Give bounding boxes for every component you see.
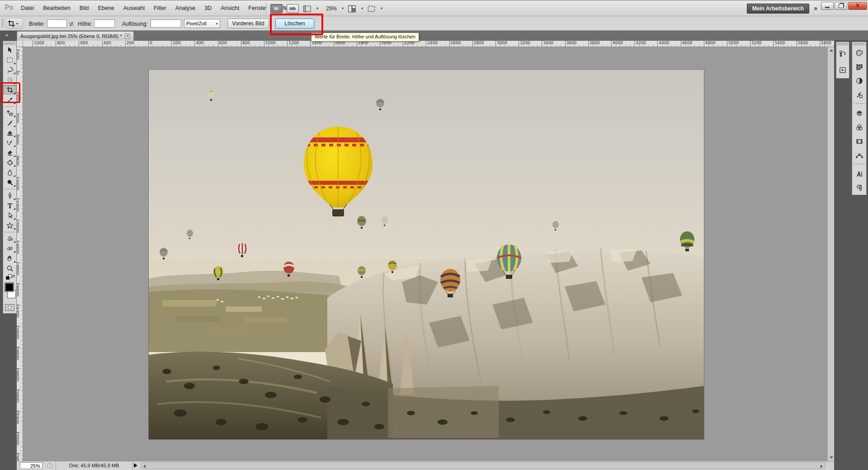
quick-mask-button[interactable]: [3, 301, 16, 313]
tab-overflow-chevron[interactable]: »: [5, 32, 8, 38]
resolution-unit-select[interactable]: Pixel/Zoll ▾: [184, 19, 220, 28]
tools-panel-grip[interactable]: [3, 41, 16, 45]
horizontal-scrollbar[interactable]: [141, 462, 826, 469]
adjustments-panel-icon[interactable]: [852, 74, 866, 88]
zoom-level-control[interactable]: 25%: [326, 5, 337, 12]
masks-panel-icon[interactable]: [852, 134, 866, 148]
hand-tool[interactable]: [3, 254, 16, 263]
3d-orbit-tool[interactable]: [3, 244, 16, 254]
channels-panel-icon[interactable]: [852, 120, 866, 134]
quick-selection-tool[interactable]: [3, 75, 16, 85]
resolution-input[interactable]: [151, 19, 181, 28]
panel-icon-dock: [852, 42, 867, 195]
scroll-right-icon[interactable]: [821, 465, 823, 468]
crop-tool[interactable]: [3, 85, 16, 95]
h-ruler-label: 5000: [727, 41, 739, 47]
close-button[interactable]: X: [848, 2, 867, 10]
bridge-button[interactable]: Br: [270, 4, 283, 13]
restore-button[interactable]: [835, 2, 847, 10]
menu-ebene[interactable]: Ebene: [94, 0, 119, 16]
menu-3d[interactable]: 3D: [200, 0, 216, 16]
minimize-button[interactable]: [821, 2, 834, 10]
tool-preset-picker[interactable]: ▾: [6, 18, 23, 29]
mini-bridge-button[interactable]: Mb: [287, 4, 299, 13]
menu-ansicht[interactable]: Ansicht: [216, 0, 244, 16]
v-ruler-label: 200: [17, 50, 20, 60]
h-ruler-label: 4200: [634, 41, 646, 47]
path-selection-tool[interactable]: [3, 211, 16, 221]
foreground-color-swatch[interactable]: [5, 282, 14, 292]
menu-bearbeiten[interactable]: Bearbeiten: [38, 0, 75, 16]
history-panel-icon[interactable]: [836, 46, 849, 62]
paint-bucket-tool[interactable]: [3, 158, 16, 168]
paths-panel-icon[interactable]: [852, 148, 866, 162]
zoom-tool[interactable]: [3, 263, 16, 273]
chevron-down-icon[interactable]: ▾: [342, 6, 344, 10]
scroll-left-icon[interactable]: [143, 465, 146, 468]
flyout-triangle-icon: [14, 115, 15, 117]
eraser-tool[interactable]: [3, 148, 16, 158]
styles-panel-icon[interactable]: [852, 88, 866, 102]
vertical-scrollbar[interactable]: [827, 47, 834, 461]
rectangular-marquee-tool[interactable]: [3, 55, 16, 65]
layers-panel-icon[interactable]: [852, 106, 866, 120]
screen-mode-icon[interactable]: [367, 5, 376, 12]
type-tool[interactable]: [3, 201, 16, 211]
workspace-overflow-chevron[interactable]: »: [814, 5, 816, 12]
menu-fenster[interactable]: Fenster: [244, 0, 272, 16]
chevron-down-icon[interactable]: ▾: [381, 6, 382, 10]
menu-filter[interactable]: Filter: [149, 0, 171, 16]
menu-datei[interactable]: Datei: [16, 0, 38, 16]
3d-rotate-tool[interactable]: [3, 234, 16, 244]
document-canvas[interactable]: [23, 47, 827, 461]
actions-panel-icon[interactable]: [836, 62, 849, 78]
swatches-panel-icon[interactable]: [852, 60, 866, 74]
height-input[interactable]: [94, 19, 115, 28]
menu-analyse[interactable]: Analyse: [171, 0, 200, 16]
workspace-button[interactable]: Mein Arbeitsbereich: [747, 4, 809, 14]
custom-shape-tool[interactable]: [3, 221, 16, 230]
flyout-triangle-icon: [14, 208, 15, 210]
dock-grip[interactable]: [852, 42, 866, 46]
h-ruler-label: 3600: [565, 41, 577, 47]
tab-close-icon[interactable]: ✕: [125, 33, 130, 39]
move-tool[interactable]: [3, 45, 16, 55]
pen-tool[interactable]: [3, 191, 16, 201]
dock-grip[interactable]: [836, 42, 849, 46]
scroll-up-icon[interactable]: [830, 49, 833, 52]
document-tab[interactable]: Ausgangsbild.jpg bei 25% (Ebene 0, RGB/8…: [17, 31, 134, 41]
lasso-tool[interactable]: [3, 65, 16, 75]
front-image-button[interactable]: Vorderes Bild: [227, 19, 269, 28]
horizontal-ruler[interactable]: 1000800600400200020040060080010001200140…: [23, 41, 834, 47]
v-ruler-label: 2200: [17, 305, 20, 318]
h-ruler-label: 200: [125, 41, 134, 47]
options-bar-grip[interactable]: [2, 19, 4, 28]
view-extras-icon[interactable]: [303, 5, 311, 12]
swap-colors-icon[interactable]: ⇄: [12, 274, 15, 278]
character-panel-icon[interactable]: [852, 167, 866, 181]
menu-auswahl[interactable]: Auswahl: [119, 0, 149, 16]
history-brush-tool[interactable]: [3, 138, 16, 148]
status-zoom-input[interactable]: [20, 462, 42, 469]
menu-bild[interactable]: Bild: [75, 0, 94, 16]
swap-width-height-icon[interactable]: [68, 20, 75, 27]
spot-healing-brush-tool[interactable]: [3, 108, 16, 118]
document-size-info[interactable]: Dok: 45,9 MB/45,9 MB: [56, 461, 132, 470]
paragraph-panel-icon[interactable]: [852, 181, 866, 195]
default-colors-control[interactable]: ⇄: [3, 273, 16, 281]
chevron-down-icon[interactable]: ▾: [361, 6, 363, 10]
brush-tool[interactable]: [3, 118, 16, 128]
clear-button[interactable]: Löschen: [275, 19, 314, 28]
eyedropper-tool[interactable]: [3, 95, 16, 105]
clone-stamp-tool[interactable]: [3, 128, 16, 138]
menu-bar: DateiBearbeitenBildEbeneAuswahlFilterAna…: [16, 0, 292, 16]
chevron-down-icon[interactable]: ▾: [316, 6, 318, 10]
vertical-ruler[interactable]: 2000200400600800100012001400160018002000…: [17, 47, 23, 461]
scroll-down-icon[interactable]: [830, 456, 833, 459]
arrange-documents-icon[interactable]: [348, 5, 356, 12]
dodge-tool[interactable]: [3, 178, 16, 188]
blur-tool[interactable]: [3, 168, 16, 178]
width-input[interactable]: [47, 19, 67, 28]
status-expand-icon[interactable]: [134, 463, 137, 468]
color-panel-icon[interactable]: [852, 46, 866, 60]
